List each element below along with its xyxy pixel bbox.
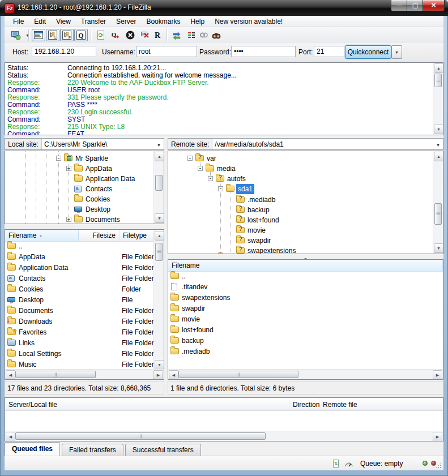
tab-successful-transfers[interactable]: Successful transfers bbox=[125, 444, 201, 456]
minimize-button[interactable] bbox=[391, 0, 408, 11]
remote-list-horizontal-scrollbar[interactable]: ◀ ▶ bbox=[168, 369, 443, 379]
synchronized-browsing-button[interactable] bbox=[197, 29, 211, 41]
remote-site-combo[interactable]: /var/media/autofs/sda1 ▼ bbox=[212, 139, 443, 149]
process-queue-button[interactable]: Q bbox=[109, 29, 122, 41]
column-header-server-local-file[interactable]: Server/Local file bbox=[5, 399, 289, 410]
scrollbar-thumb[interactable] bbox=[155, 175, 163, 191]
file-row[interactable]: Application DataFile Folder bbox=[5, 263, 164, 273]
expand-icon[interactable] bbox=[66, 217, 71, 222]
tree-item-mediadb[interactable]: .mediadb bbox=[168, 195, 433, 205]
scroll-right-button[interactable]: ▶ bbox=[153, 370, 163, 380]
local-list-horizontal-scrollbar[interactable]: ◀ ▶ bbox=[5, 369, 164, 379]
directory-listing-filters-button[interactable] bbox=[185, 29, 198, 41]
column-header-filetype[interactable]: Filetype bbox=[120, 230, 155, 241]
collapse-icon[interactable] bbox=[218, 186, 223, 191]
tab-queued-files[interactable]: Queued files bbox=[5, 442, 60, 456]
tab-failed-transfers[interactable]: Failed transfers bbox=[62, 444, 123, 456]
scroll-up-button[interactable]: ▲ bbox=[434, 63, 443, 73]
tree-item-media[interactable]: media bbox=[168, 164, 433, 174]
menu-edit[interactable]: Edit bbox=[29, 16, 51, 27]
scroll-down-button[interactable]: ▼ bbox=[155, 213, 164, 223]
file-row[interactable]: ContactsFile Folder bbox=[5, 273, 164, 284]
tree-item-desktop[interactable]: Desktop bbox=[5, 204, 154, 215]
scroll-right-button[interactable]: ▶ bbox=[433, 370, 442, 380]
menu-new-version[interactable]: New version available! bbox=[210, 16, 288, 27]
collapse-icon[interactable] bbox=[198, 166, 203, 171]
tree-item-sda1[interactable]: sda1 bbox=[168, 184, 433, 194]
column-header-direction[interactable]: Direction bbox=[289, 399, 319, 410]
file-row[interactable]: .mediadb bbox=[168, 346, 443, 357]
disconnect-button[interactable] bbox=[138, 29, 152, 41]
scroll-down-button[interactable]: ▼ bbox=[434, 243, 443, 253]
remote-splitter[interactable]: ▼ bbox=[168, 254, 443, 259]
cancel-button[interactable] bbox=[123, 29, 137, 41]
tree-item-var[interactable]: var bbox=[168, 153, 433, 164]
scroll-down-button[interactable]: ▼ bbox=[155, 360, 164, 370]
scrollbar-thumb[interactable] bbox=[178, 371, 298, 378]
maximize-button[interactable] bbox=[407, 0, 424, 11]
file-row[interactable]: .titandev bbox=[168, 282, 443, 293]
collapse-icon[interactable] bbox=[208, 176, 213, 181]
refresh-button[interactable]: ⟳ bbox=[94, 29, 108, 41]
expand-icon[interactable] bbox=[66, 166, 71, 171]
password-input[interactable] bbox=[231, 46, 296, 57]
scroll-up-button[interactable]: ▲ bbox=[155, 231, 164, 241]
tree-item-documents[interactable]: Documents bbox=[5, 215, 154, 224]
toggle-message-log-button[interactable] bbox=[32, 29, 45, 41]
menu-server[interactable]: Server bbox=[111, 16, 141, 27]
file-row[interactable]: Local SettingsFile Folder bbox=[5, 349, 164, 359]
log-vertical-scrollbar[interactable]: ▲ ▼ bbox=[433, 63, 443, 135]
speed-limits-icon[interactable] bbox=[344, 460, 353, 468]
quickconnect-dropdown-button[interactable]: ▼ bbox=[391, 45, 402, 59]
scroll-up-button[interactable]: ▲ bbox=[434, 152, 443, 161]
file-row[interactable]: .. bbox=[5, 241, 164, 252]
tree-item-lost-found[interactable]: lost+found bbox=[168, 215, 433, 225]
tree-item-autofs[interactable]: autofs bbox=[168, 174, 433, 184]
file-row[interactable]: AppDataFile Folder bbox=[5, 252, 164, 263]
reconnect-button[interactable]: R bbox=[151, 29, 164, 41]
title-bar[interactable]: Fz 192.168.1.20 - root@192.168.1.20 - Fi… bbox=[0, 0, 448, 16]
tree-item-application-data[interactable]: Application Data bbox=[5, 174, 154, 184]
file-row[interactable]: DownloadsFile Folder bbox=[5, 316, 164, 327]
tree-item-appdata[interactable]: AppData bbox=[5, 164, 154, 174]
column-header-filename[interactable]: Filename bbox=[168, 260, 443, 271]
tree-item-backup[interactable]: backup bbox=[168, 205, 433, 215]
menu-file[interactable]: File bbox=[8, 16, 29, 27]
scrollbar-thumb[interactable] bbox=[15, 371, 96, 378]
chevron-down-icon[interactable]: ▼ bbox=[157, 143, 161, 147]
file-row[interactable]: DocumentsFile Folder bbox=[5, 306, 164, 316]
scroll-left-button[interactable]: ◀ bbox=[6, 370, 15, 380]
scroll-left-button[interactable]: ◀ bbox=[6, 432, 15, 441]
toggle-local-tree-button[interactable]: L bbox=[46, 29, 59, 41]
scrollbar-thumb[interactable] bbox=[15, 432, 266, 440]
close-button[interactable] bbox=[423, 0, 445, 11]
scroll-left-button[interactable]: ◀ bbox=[169, 370, 178, 380]
file-row[interactable]: swapdir bbox=[168, 303, 443, 314]
scrollbar-thumb[interactable] bbox=[434, 74, 442, 87]
file-row[interactable]: FavoritesFile Folder bbox=[5, 327, 164, 338]
scroll-right-button[interactable]: ▶ bbox=[433, 432, 442, 441]
tree-item-movie[interactable]: movie bbox=[168, 225, 433, 235]
local-site-combo[interactable]: C:\Users\Mr Sparkle\ ▼ bbox=[42, 139, 164, 149]
scroll-down-button[interactable]: ▼ bbox=[434, 125, 443, 134]
file-row[interactable]: CookiesFolder bbox=[5, 284, 164, 295]
site-manager-button[interactable]: ▼ bbox=[7, 29, 25, 41]
scroll-up-button[interactable]: ▲ bbox=[155, 152, 164, 161]
collapse-icon[interactable] bbox=[56, 156, 61, 161]
host-input[interactable] bbox=[32, 46, 96, 57]
chevron-down-icon[interactable]: ▼ bbox=[436, 143, 440, 147]
tree-item-contacts[interactable]: Contacts bbox=[5, 184, 154, 194]
find-files-button[interactable] bbox=[210, 29, 223, 41]
file-row[interactable]: LinksFile Folder bbox=[5, 338, 164, 349]
menu-bookmarks[interactable]: Bookmarks bbox=[141, 16, 185, 27]
toggle-remote-tree-button[interactable]: F bbox=[60, 29, 74, 41]
column-header-remote-file[interactable]: Remote file bbox=[319, 399, 443, 410]
username-input[interactable] bbox=[136, 46, 197, 57]
menu-help[interactable]: Help bbox=[185, 16, 210, 27]
local-tree-vertical-scrollbar[interactable]: ▲ ▼ bbox=[153, 151, 164, 224]
directory-comparison-button[interactable] bbox=[170, 29, 184, 41]
file-row[interactable]: lost+found bbox=[168, 325, 443, 336]
tree-item-cookies[interactable]: Cookies bbox=[5, 194, 154, 204]
local-list-vertical-scrollbar[interactable]: ▲ ▼ bbox=[153, 230, 164, 370]
tree-item-mr-sparkle[interactable]: Mr Sparkle bbox=[5, 153, 154, 164]
